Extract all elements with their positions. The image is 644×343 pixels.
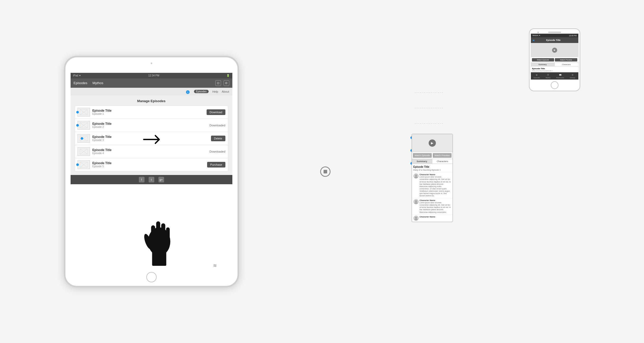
svg-rect-20 (156, 221, 160, 242)
svg-point-26 (414, 177, 418, 178)
episode-info-2: Episode Title Episode 2 (92, 122, 207, 128)
wf-avatar-3 (413, 216, 419, 221)
ipad-content-title: Manage Episodes (75, 99, 228, 103)
phone-title: Episode Title (546, 39, 561, 41)
wifi-icon: ≋ (213, 263, 217, 268)
delete-button-3[interactable]: Delete (211, 136, 225, 141)
svg-rect-21 (161, 223, 165, 242)
downloaded-label-2: Downloaded (209, 124, 225, 127)
episode-title-2: Episode Title (92, 122, 207, 126)
ipad-subnav-help[interactable]: Help (212, 90, 218, 93)
ipad-status-left: iPad ✦ (73, 74, 81, 77)
wf-character-item-1: Character Name Lorem ipsum dolor sit ame… (412, 172, 453, 198)
svg-point-28 (414, 202, 418, 204)
phone-watch-preview-btn[interactable]: Watch Preview (555, 58, 577, 61)
ipad-home-button[interactable] (146, 272, 157, 282)
ipad-nav-icons: ⊟ ⚙ (215, 80, 229, 86)
ipad-nav-tabs: Episodes Mythos (74, 81, 103, 85)
episode-title-5: Episode Title (92, 161, 205, 165)
swipe-arrow (141, 133, 167, 147)
episode-subtitle-5: Episode 5 (92, 165, 205, 168)
ipad-camera (151, 63, 152, 64)
episode-thumb-2 (78, 121, 90, 130)
canvas: iPad ✦ 12:34 PM 🔋 Episodes Mythos ⊟ ⚙ (0, 0, 644, 343)
episode-info-1: Episode Title Episode 1 (92, 109, 204, 115)
phone-video-area: ▶ (531, 43, 578, 57)
episode-item-2: Episode Title Episode 2 Downloaded (75, 119, 228, 132)
phone-tab-summary[interactable]: Summary (531, 63, 555, 66)
episodes-nav-label: Episodes (534, 77, 540, 78)
wireframe-phone: Verizon ✦ 10:45 PM ◀ Episode Title ▶ Wat… (529, 28, 580, 91)
wf-avatar-2 (413, 199, 419, 204)
connector-dot-1 (76, 111, 79, 113)
episode-thumb-1 (78, 108, 90, 117)
hand-gesture (136, 209, 182, 267)
phone-play-button[interactable]: ▶ (552, 48, 557, 53)
wf-char-text-2: Lorem ipsum dolor sit amet, consectetur … (420, 201, 451, 213)
phone-home-button[interactable] (551, 81, 558, 89)
wf-char-name-3: Character Name (420, 216, 435, 218)
phone-bottom-nav: ⊞ Episodes ☰ Mythos 📖 Bookmarks ⚙ Settin… (531, 72, 578, 80)
wf-char-info-3: Character Name (420, 216, 435, 218)
phone-time: 10:45 PM (569, 35, 577, 37)
ipad-status-right: 🔋 (226, 74, 230, 77)
svg-rect-19 (151, 225, 155, 241)
wf-video-area: ▶ (412, 134, 453, 152)
ipad-tab-mythos[interactable]: Mythos (92, 81, 103, 85)
download-button-1[interactable]: Download (207, 109, 225, 115)
phone-nav-episodes[interactable]: ⊞ Episodes (534, 74, 540, 78)
phone-nav-settings[interactable]: ⚙ Settings (570, 74, 575, 78)
wf-char-info-1: Character Name Lorem ipsum dolor sit ame… (420, 173, 451, 197)
svg-point-27 (415, 200, 417, 202)
phone-nav-bookmarks[interactable]: 📖 Bookmarks (556, 74, 564, 78)
wf-watch-episode-btn[interactable]: Watch Episode (413, 153, 432, 158)
downloaded-label-4: Downloaded (209, 150, 225, 153)
wireframe-tablet-wrapper: ▶ Watch Episode Watch Preview Summary Ch… (412, 121, 453, 222)
phone-watch-episode-btn[interactable]: Watch Episode (532, 58, 554, 61)
wf-episode-sub: Diary of a Haunting Episode 1 (412, 169, 453, 172)
facebook-icon[interactable]: f (139, 177, 145, 182)
phone-back-button[interactable]: ◀ (532, 39, 534, 41)
phone-nav-mythos[interactable]: ☰ Mythos (546, 74, 550, 78)
mythos-nav-icon: ☰ (547, 74, 550, 77)
googleplus-icon[interactable]: g+ (158, 177, 164, 182)
episode-item-1: Episode Title Episode 1 Download (75, 105, 228, 119)
wf-char-text-1: Lorem ipsum dolor sit amet, consectetur … (420, 176, 451, 197)
wf-tab-characters[interactable]: Characters (432, 159, 453, 164)
phone-episode-title: Episode Title (531, 66, 578, 70)
episode-thumb-5 (78, 160, 90, 169)
episode-subtitle-2: Episode 2 (92, 126, 207, 128)
wf-char-name-2: Character Name (420, 199, 451, 201)
phone-tab-characters[interactable]: Characters (555, 63, 578, 66)
episode-item-5: Episode Title Episode 5 Purchase (75, 158, 228, 171)
ipad-nav: Episodes Mythos ⊟ ⚙ (71, 78, 232, 88)
ipad-subnav-episodes[interactable]: Episodes (194, 90, 209, 93)
ipad-tab-episodes[interactable]: Episodes (74, 81, 87, 85)
connector-dot-5 (76, 163, 79, 166)
ipad-settings-icon[interactable]: ⚙ (224, 80, 229, 86)
twitter-icon[interactable]: t (149, 177, 154, 182)
svg-point-29 (415, 217, 417, 219)
phone-status-bar: Verizon ✦ 10:45 PM (531, 34, 578, 37)
svg-rect-22 (166, 227, 170, 241)
wf-character-item-3: Character Name (412, 214, 453, 222)
wf-episode-title: Episode Title (412, 164, 453, 169)
ipad-subnav-about[interactable]: About (222, 90, 229, 93)
episode-thumb-4 (78, 147, 90, 156)
ipad-bookmark-icon[interactable]: ⊟ (215, 80, 221, 86)
settings-nav-icon: ⚙ (571, 74, 574, 77)
mythos-nav-label: Mythos (546, 77, 550, 78)
ipad-sub-nav: 1 Episodes Help About (71, 88, 232, 95)
episode-info-4: Episode Title Episode 4 (92, 148, 207, 155)
wf-character-item-2: Character Name Lorem ipsum dolor sit ame… (412, 198, 453, 214)
wf-tab-summary[interactable]: Summary (412, 159, 433, 164)
episode-subtitle-1: Episode 1 (92, 112, 204, 115)
wf-play-button[interactable]: ▶ (429, 139, 436, 147)
phone-speaker (548, 32, 561, 33)
purchase-button-5[interactable]: Purchase (207, 162, 225, 168)
stop-button[interactable] (320, 166, 331, 177)
settings-nav-label: Settings (570, 77, 575, 78)
wf-watch-preview-btn[interactable]: Watch Preview (433, 153, 452, 158)
bookmarks-nav-icon: 📖 (559, 74, 562, 77)
phone-screen: Verizon ✦ 10:45 PM ◀ Episode Title ▶ Wat… (531, 33, 579, 80)
